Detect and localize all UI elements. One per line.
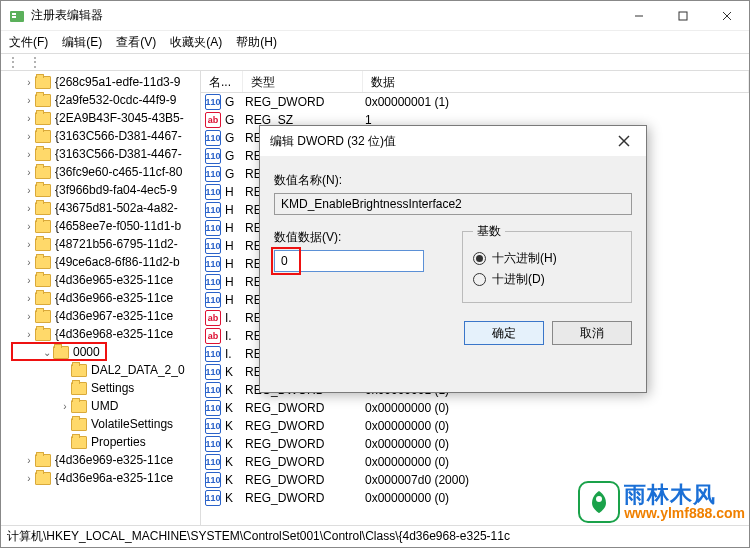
tree-item[interactable]: ›{268c95a1-edfe-11d3-9: [1, 73, 200, 91]
cell-type: REG_DWORD: [245, 437, 365, 451]
dword-icon: 110: [205, 346, 221, 362]
svg-point-9: [596, 496, 602, 502]
tree-label: VolatileSettings: [91, 417, 173, 431]
window-title: 注册表编辑器: [31, 7, 617, 24]
dword-icon: 110: [205, 220, 221, 236]
menu-view[interactable]: 查看(V): [116, 34, 156, 51]
tree-item[interactable]: ›{4d36e966-e325-11ce: [1, 289, 200, 307]
cell-name: I.: [225, 329, 245, 343]
list-row[interactable]: 110KREG_DWORD0x00000000 (0): [201, 399, 749, 417]
col-name[interactable]: 名...: [201, 71, 243, 92]
tree-item[interactable]: ›{3163C566-D381-4467-: [1, 145, 200, 163]
list-header: 名... 类型 数据: [201, 71, 749, 93]
cancel-button[interactable]: 取消: [552, 321, 632, 345]
cell-name: K: [225, 365, 245, 379]
tree-label: Settings: [91, 381, 134, 395]
cell-data: 0x00000000 (0): [365, 419, 749, 433]
toolbar-sep: ⋮: [7, 55, 19, 69]
maximize-button[interactable]: [661, 1, 705, 31]
data-field[interactable]: [274, 250, 424, 272]
folder-icon: [35, 202, 51, 215]
list-row[interactable]: 110KREG_DWORD0x00000000 (0): [201, 417, 749, 435]
list-row[interactable]: 110GREG_DWORD0x00000001 (1): [201, 93, 749, 111]
dword-icon: 110: [205, 238, 221, 254]
cell-type: REG_DWORD: [245, 455, 365, 469]
radio-hex-dot: [473, 252, 486, 265]
tree-item[interactable]: ›{4d36e965-e325-11ce: [1, 271, 200, 289]
folder-icon: [35, 130, 51, 143]
cell-name: K: [225, 419, 245, 433]
dialog-title: 编辑 DWORD (32 位)值: [270, 133, 612, 150]
cell-data: 0x00000000 (0): [365, 437, 749, 451]
tree-item[interactable]: Settings: [1, 379, 200, 397]
tree-item[interactable]: ›{4d36e969-e325-11ce: [1, 451, 200, 469]
tree-item[interactable]: ›{43675d81-502a-4a82-: [1, 199, 200, 217]
tree-label: {36fc9e60-c465-11cf-80: [55, 165, 182, 179]
statusbar: 计算机\HKEY_LOCAL_MACHINE\SYSTEM\ControlSet…: [1, 525, 749, 547]
close-button[interactable]: [705, 1, 749, 31]
tree-item[interactable]: ⌄0000: [1, 343, 200, 361]
radio-hex[interactable]: 十六进制(H): [473, 250, 621, 267]
cell-data: 0x00000000 (0): [365, 455, 749, 469]
tree-item[interactable]: ›{49ce6ac8-6f86-11d2-b: [1, 253, 200, 271]
tree-item[interactable]: ›{48721b56-6795-11d2-: [1, 235, 200, 253]
cell-name: G: [225, 113, 245, 127]
folder-icon: [35, 166, 51, 179]
dword-icon: 110: [205, 274, 221, 290]
tree-item[interactable]: ›{3163C566-D381-4467-: [1, 127, 200, 145]
cell-type: REG_DWORD: [245, 473, 365, 487]
radio-dec-label: 十进制(D): [492, 271, 545, 288]
tree-item[interactable]: ›{4d36e968-e325-11ce: [1, 325, 200, 343]
cell-type: REG_DWORD: [245, 95, 365, 109]
tree-item[interactable]: ›{3f966bd9-fa04-4ec5-9: [1, 181, 200, 199]
list-row[interactable]: 110KREG_DWORD0x00000000 (0): [201, 453, 749, 471]
tree-pane[interactable]: ›{268c95a1-edfe-11d3-9›{2a9fe532-0cdc-44…: [1, 71, 201, 525]
menu-help[interactable]: 帮助(H): [236, 34, 277, 51]
cell-name: H: [225, 203, 245, 217]
tree-item[interactable]: ›{4d36e967-e325-11ce: [1, 307, 200, 325]
dialog-close-button[interactable]: [612, 129, 636, 153]
tree-item[interactable]: Properties: [1, 433, 200, 451]
string-icon: ab: [205, 310, 221, 326]
tree-item[interactable]: DAL2_DATA_2_0: [1, 361, 200, 379]
cell-name: H: [225, 239, 245, 253]
menu-edit[interactable]: 编辑(E): [62, 34, 102, 51]
dword-icon: 110: [205, 400, 221, 416]
tree-label: {48721b56-6795-11d2-: [55, 237, 178, 251]
folder-icon: [53, 346, 69, 359]
col-type[interactable]: 类型: [243, 71, 363, 92]
tree-item[interactable]: ›{4d36e96a-e325-11ce: [1, 469, 200, 487]
ok-button[interactable]: 确定: [464, 321, 544, 345]
tree-item[interactable]: VolatileSettings: [1, 415, 200, 433]
dword-icon: 110: [205, 436, 221, 452]
titlebar: 注册表编辑器: [1, 1, 749, 31]
folder-icon: [35, 220, 51, 233]
minimize-button[interactable]: [617, 1, 661, 31]
folder-icon: [35, 310, 51, 323]
svg-rect-4: [679, 12, 687, 20]
tree-item[interactable]: ›{36fc9e60-c465-11cf-80: [1, 163, 200, 181]
cell-name: H: [225, 257, 245, 271]
tree-item[interactable]: ›{4658ee7e-f050-11d1-b: [1, 217, 200, 235]
tree-item[interactable]: ›UMD: [1, 397, 200, 415]
col-data[interactable]: 数据: [363, 71, 749, 92]
radio-dec[interactable]: 十进制(D): [473, 271, 621, 288]
tree-label: {4d36e966-e325-11ce: [55, 291, 173, 305]
menu-file[interactable]: 文件(F): [9, 34, 48, 51]
cell-name: K: [225, 491, 245, 505]
tree-label: {4d36e968-e325-11ce: [55, 327, 173, 341]
cell-name: K: [225, 383, 245, 397]
dword-icon: 110: [205, 292, 221, 308]
data-label: 数值数据(V):: [274, 229, 444, 246]
cell-name: G: [225, 131, 245, 145]
list-row[interactable]: 110KREG_DWORD0x00000000 (0): [201, 435, 749, 453]
tree-item[interactable]: ›{2EA9B43F-3045-43B5-: [1, 109, 200, 127]
tree-item[interactable]: ›{2a9fe532-0cdc-44f9-9: [1, 91, 200, 109]
folder-icon: [35, 292, 51, 305]
watermark-icon: [578, 481, 620, 523]
cell-name: H: [225, 275, 245, 289]
menu-fav[interactable]: 收藏夹(A): [170, 34, 222, 51]
name-field[interactable]: [274, 193, 632, 215]
watermark: 雨林木风 www.ylmf888.com: [578, 481, 745, 523]
folder-icon: [71, 418, 87, 431]
